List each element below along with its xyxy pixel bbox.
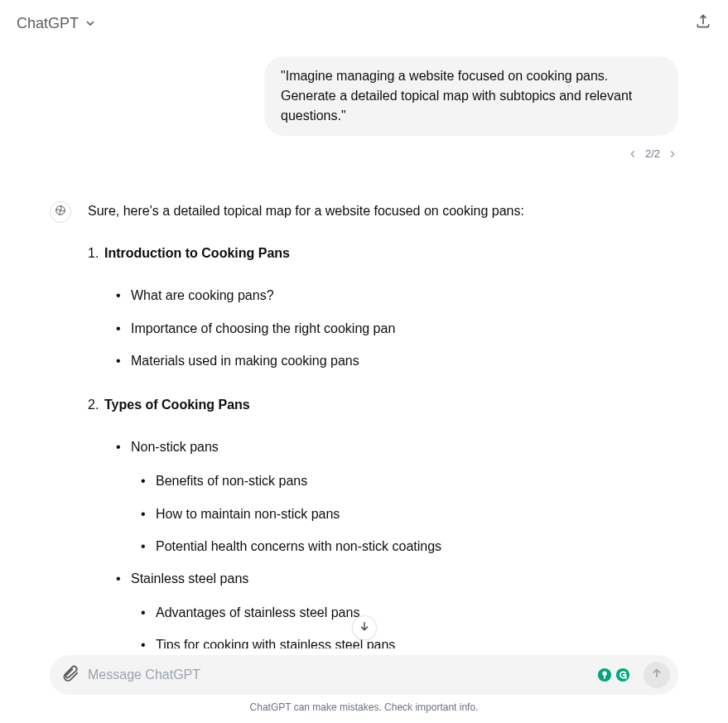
bullet-list: What are cooking pans? Importance of cho… [104, 284, 678, 372]
section-item: Introduction to Cooking Pans What are co… [104, 242, 678, 372]
list-item: Importance of choosing the right cooking… [131, 317, 678, 340]
extension-badge-1[interactable] [597, 668, 612, 682]
next-message-button[interactable] [667, 148, 678, 160]
share-icon [695, 13, 711, 33]
chevron-down-icon [84, 17, 97, 30]
user-message-bubble: "Imagine managing a website focused on c… [264, 56, 678, 136]
input-right-icons [597, 668, 630, 682]
message-pagination: 2/2 [50, 147, 678, 160]
arrow-down-icon [358, 619, 371, 636]
message-input[interactable] [88, 668, 589, 682]
svg-point-2 [602, 672, 606, 676]
app-title: ChatGPT [17, 15, 79, 32]
header: ChatGPT [0, 0, 728, 46]
list-item: Stainless steel pans Advantages of stain… [131, 567, 678, 648]
input-area: ChatGPT can make mistakes. Check importa… [0, 655, 728, 723]
section-item: Types of Cooking Pans Non-stick pans Ben… [104, 393, 678, 648]
list-item-text: Stainless steel pans [131, 571, 248, 586]
list-item: What are cooking pans? [131, 284, 678, 306]
conversation-area: "Imagine managing a website focused on c… [0, 46, 728, 648]
assistant-content: Sure, here's a detailed topical map for … [88, 200, 678, 648]
list-item-text: Non-stick pans [131, 440, 219, 454]
section-title: Introduction to Cooking Pans [104, 246, 290, 260]
bullet-list: Non-stick pans Benefits of non-stick pan… [104, 436, 678, 648]
list-item: Benefits of non-stick pans [156, 470, 678, 492]
arrow-up-icon [650, 667, 663, 683]
attach-button[interactable] [61, 664, 80, 686]
message-input-box [50, 655, 678, 695]
list-item: Materials used in making cooking pans [131, 349, 678, 372]
list-item: Potential health concerns with non-stick… [156, 535, 678, 557]
section-title: Types of Cooking Pans [104, 398, 250, 412]
sub-list: Advantages of stainless steel pans Tips … [131, 601, 678, 648]
user-message-row: "Imagine managing a website focused on c… [50, 56, 678, 136]
paperclip-icon [61, 664, 80, 686]
list-item: Advantages of stainless steel pans [156, 601, 678, 624]
list-item: Non-stick pans Benefits of non-stick pan… [131, 436, 678, 557]
assistant-avatar [50, 201, 71, 223]
send-button[interactable] [644, 662, 670, 688]
sub-list: Benefits of non-stick pans How to mainta… [131, 470, 678, 557]
pagination-count: 2/2 [645, 147, 660, 160]
assistant-message-row: Sure, here's a detailed topical map for … [50, 200, 678, 648]
extension-badge-2[interactable] [615, 668, 630, 682]
list-item: How to maintain non-stick pans [156, 503, 678, 525]
scroll-to-bottom-button[interactable] [352, 615, 377, 640]
svg-rect-3 [604, 676, 605, 679]
prev-message-button[interactable] [627, 148, 639, 160]
chatgpt-logo-icon [54, 204, 67, 220]
list-item: Tips for cooking with stainless steel pa… [156, 634, 678, 648]
model-selector[interactable]: ChatGPT [17, 15, 97, 32]
topical-map-list: Introduction to Cooking Pans What are co… [88, 242, 678, 648]
assistant-intro: Sure, here's a detailed topical map for … [88, 200, 678, 222]
disclaimer-text: ChatGPT can make mistakes. Check importa… [50, 695, 678, 715]
share-button[interactable] [695, 13, 711, 33]
